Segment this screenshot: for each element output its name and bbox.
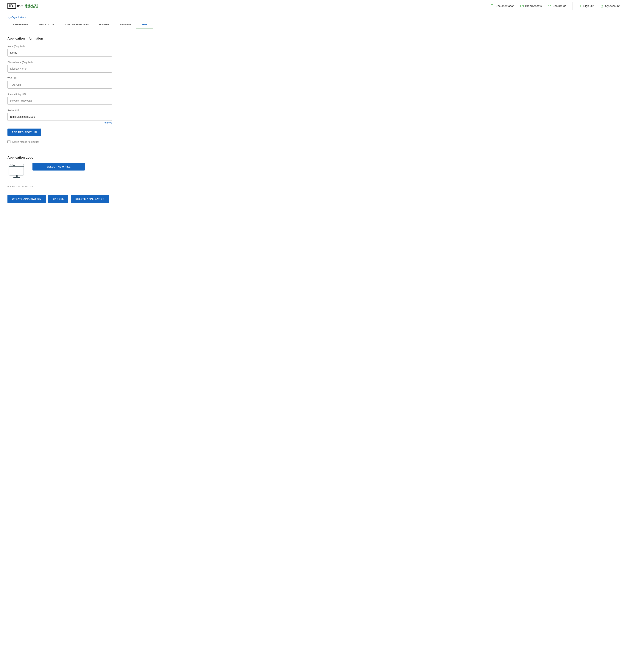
logo-preview-image bbox=[7, 163, 28, 183]
input-display-name[interactable] bbox=[7, 65, 112, 73]
tabs: REPORTING APP STATUS APP INFORMATION WID… bbox=[0, 21, 627, 29]
cancel-button[interactable]: CANCEL bbox=[48, 195, 68, 203]
mail-icon bbox=[548, 4, 551, 8]
logo-upload-area: SELECT NEW FILE bbox=[7, 163, 112, 183]
label-redirect-uri: Redirect URI bbox=[7, 109, 134, 112]
logo-resources: RESOURCES bbox=[25, 6, 39, 8]
nav-documentation[interactable]: Documentation bbox=[491, 4, 514, 8]
update-application-button[interactable]: UPDATE APPLICATION bbox=[7, 195, 46, 203]
nav-documentation-label: Documentation bbox=[496, 4, 514, 7]
input-tos-uri[interactable] bbox=[7, 81, 112, 89]
form-group-privacy-policy-uri: Privacy Policy URI bbox=[7, 93, 134, 105]
delete-application-button[interactable]: DELETE APPLICATION bbox=[71, 195, 109, 203]
nav-sign-out-label: Sign Out bbox=[583, 4, 594, 7]
native-mobile-row: Native Mobile Application bbox=[7, 140, 134, 143]
nav-brand-assets[interactable]: Brand Assets bbox=[520, 4, 541, 8]
nav-divider bbox=[572, 2, 573, 10]
add-redirect-uri-button[interactable]: ADD REDIRECT URI bbox=[7, 128, 41, 136]
main-content: Application Information Name (Required) … bbox=[0, 35, 142, 214]
section-title-app-logo: Application Logo bbox=[7, 156, 134, 160]
signout-icon bbox=[579, 4, 582, 8]
logo[interactable]: ID. me DEVELOPER RESOURCES bbox=[7, 3, 39, 9]
form-group-redirect-uri: Redirect URI Remove bbox=[7, 109, 134, 124]
computer-illustration bbox=[7, 163, 28, 181]
svg-rect-12 bbox=[16, 175, 18, 177]
form-group-tos-uri: TOS URI bbox=[7, 77, 134, 89]
add-redirect-uri-group: ADD REDIRECT URI bbox=[7, 128, 134, 136]
lock-icon bbox=[600, 4, 603, 8]
logo-me: me bbox=[17, 3, 23, 8]
tab-widget[interactable]: WIDGET bbox=[94, 21, 115, 29]
tab-reporting[interactable]: REPORTING bbox=[7, 21, 33, 29]
form-group-name: Name (Required) bbox=[7, 45, 134, 56]
nav-sign-out[interactable]: Sign Out bbox=[579, 4, 594, 8]
logo-id: ID. bbox=[7, 3, 16, 9]
action-buttons: UPDATE APPLICATION CANCEL DELETE APPLICA… bbox=[7, 195, 134, 203]
logo-hint: G or PNG. Max size of 700K. bbox=[7, 185, 134, 188]
nav-contact-us[interactable]: Contact Us bbox=[548, 4, 566, 8]
nav-brand-assets-label: Brand Assets bbox=[525, 4, 541, 7]
select-file-area: SELECT NEW FILE bbox=[32, 163, 112, 173]
breadcrumb-area: My Organizations bbox=[0, 12, 627, 21]
document-icon bbox=[491, 4, 494, 8]
svg-rect-6 bbox=[601, 6, 603, 7]
label-privacy-policy-uri: Privacy Policy URI bbox=[7, 93, 134, 96]
label-name: Name (Required) bbox=[7, 45, 134, 48]
svg-rect-3 bbox=[492, 6, 492, 6]
tab-testing[interactable]: TESTING bbox=[115, 21, 136, 29]
label-display-name: Display Name (Required) bbox=[7, 61, 134, 64]
tab-app-status[interactable]: APP STATUS bbox=[33, 21, 60, 29]
remove-redirect-uri-link[interactable]: Remove bbox=[7, 121, 112, 124]
label-tos-uri: TOS URI bbox=[7, 77, 134, 80]
file-divider bbox=[32, 173, 85, 173]
form-group-display-name: Display Name (Required) bbox=[7, 61, 134, 73]
logo-sub: DEVELOPER RESOURCES bbox=[25, 4, 39, 8]
input-redirect-uri[interactable] bbox=[7, 113, 112, 121]
select-new-file-button[interactable]: SELECT NEW FILE bbox=[32, 163, 85, 170]
svg-rect-13 bbox=[14, 177, 20, 178]
input-name[interactable] bbox=[7, 49, 112, 56]
tab-edit[interactable]: EDIT bbox=[136, 21, 153, 29]
section-title-app-info: Application Information bbox=[7, 37, 134, 41]
header-nav: Documentation Brand Assets Contact Us bbox=[491, 2, 620, 10]
svg-rect-5 bbox=[548, 5, 551, 7]
brand-icon bbox=[520, 4, 524, 8]
native-mobile-checkbox[interactable] bbox=[7, 140, 10, 143]
header: ID. me DEVELOPER RESOURCES Documentation bbox=[0, 0, 627, 12]
nav-contact-us-label: Contact Us bbox=[553, 4, 566, 7]
native-mobile-label: Native Mobile Application bbox=[12, 141, 39, 143]
logo-developer: DEVELOPER bbox=[25, 4, 39, 6]
nav-my-account[interactable]: My Account bbox=[600, 4, 620, 8]
breadcrumb-my-organizations[interactable]: My Organizations bbox=[7, 16, 26, 19]
tab-app-information[interactable]: APP INFORMATION bbox=[60, 21, 94, 29]
redirect-uri-row: Remove bbox=[7, 113, 112, 124]
nav-my-account-label: My Account bbox=[605, 4, 620, 7]
input-privacy-policy-uri[interactable] bbox=[7, 97, 112, 105]
